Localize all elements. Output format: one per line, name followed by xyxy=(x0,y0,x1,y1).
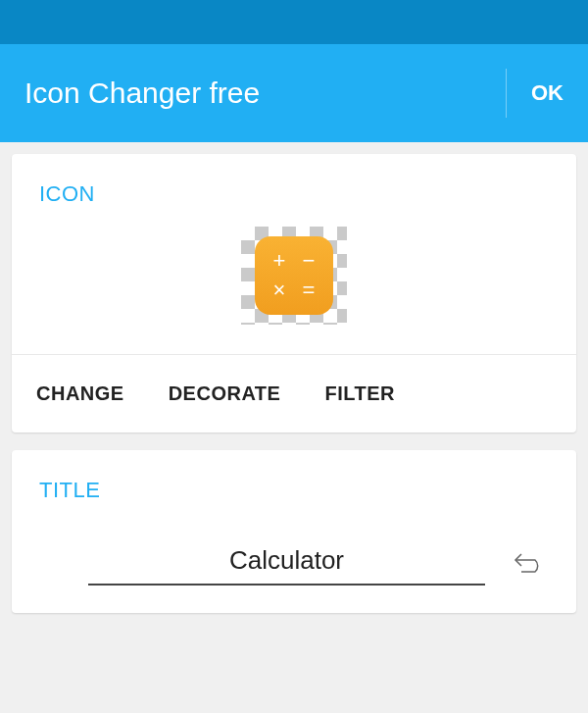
ok-button[interactable]: OK xyxy=(506,69,564,118)
equals-symbol: = xyxy=(296,278,321,303)
title-section-label: TITLE xyxy=(39,478,549,503)
title-input-row xyxy=(39,537,549,586)
content-area: ICON + − × = CHANGE DECORATE FILTER TITL… xyxy=(0,142,588,642)
change-button[interactable]: CHANGE xyxy=(36,382,124,405)
undo-button[interactable] xyxy=(510,542,549,582)
multiply-symbol: × xyxy=(267,278,292,303)
calculator-icon[interactable]: + − × = xyxy=(255,236,333,315)
filter-button[interactable]: FILTER xyxy=(324,382,395,405)
app-bar: Icon Changer free OK xyxy=(0,44,588,142)
icon-section-label: ICON xyxy=(12,154,576,207)
minus-symbol: − xyxy=(296,248,321,274)
decorate-button[interactable]: DECORATE xyxy=(169,382,281,405)
status-bar xyxy=(0,0,588,44)
title-input[interactable] xyxy=(88,537,485,586)
plus-symbol: + xyxy=(267,248,292,274)
icon-action-row: CHANGE DECORATE FILTER xyxy=(12,354,576,433)
app-title: Icon Changer free xyxy=(24,76,260,110)
icon-preview-area: + − × = xyxy=(12,207,576,354)
icon-card: ICON + − × = CHANGE DECORATE FILTER xyxy=(12,154,576,433)
transparency-background: + − × = xyxy=(241,227,347,325)
title-card: TITLE xyxy=(12,450,576,613)
undo-icon xyxy=(512,548,547,576)
